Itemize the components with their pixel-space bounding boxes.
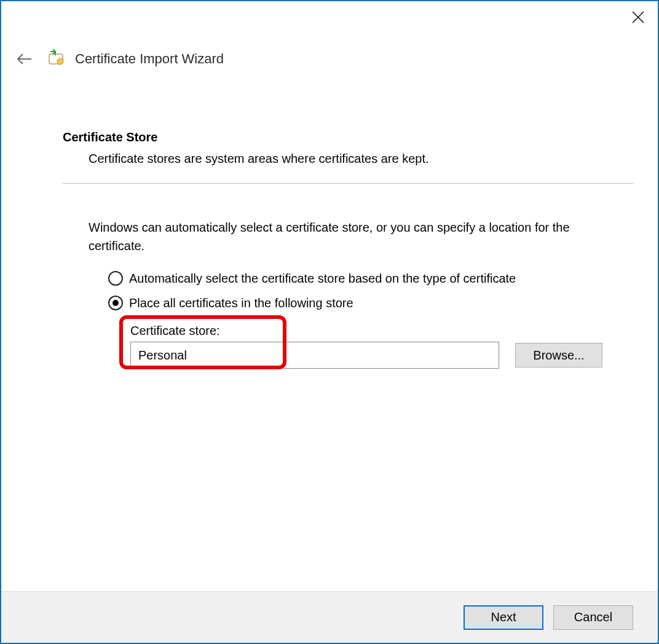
wizard-footer: Next Cancel bbox=[1, 591, 658, 643]
radio-auto-select[interactable]: Automatically select the certificate sto… bbox=[108, 271, 633, 286]
close-icon bbox=[632, 11, 644, 23]
certificate-store-input[interactable] bbox=[130, 342, 499, 369]
back-button[interactable] bbox=[16, 50, 33, 68]
wizard-header: Certificate Import Wizard bbox=[16, 49, 643, 69]
section-heading: Certificate Store bbox=[63, 130, 633, 144]
wizard-title: Certificate Import Wizard bbox=[75, 51, 224, 67]
svg-point-4 bbox=[57, 58, 63, 65]
divider bbox=[63, 183, 633, 184]
radio-checked-icon bbox=[108, 296, 123, 310]
radio-unchecked-icon bbox=[108, 271, 123, 286]
certificate-store-label: Certificate store: bbox=[130, 324, 633, 338]
cancel-button[interactable]: Cancel bbox=[553, 605, 633, 630]
browse-button[interactable]: Browse... bbox=[515, 343, 602, 367]
close-button[interactable] bbox=[632, 11, 644, 26]
radio-manual-select[interactable]: Place all certificates in the following … bbox=[108, 296, 633, 310]
certificate-wizard-icon bbox=[47, 49, 66, 69]
back-arrow-icon bbox=[17, 53, 33, 65]
radio-manual-label: Place all certificates in the following … bbox=[129, 296, 353, 310]
wizard-content: Certificate Store Certificate stores are… bbox=[63, 130, 633, 369]
radio-auto-label: Automatically select the certificate sto… bbox=[129, 272, 516, 286]
certificate-store-block: Certificate store: Browse... bbox=[130, 324, 633, 369]
wizard-window: Certificate Import Wizard Certificate St… bbox=[0, 0, 659, 644]
next-button[interactable]: Next bbox=[464, 605, 543, 630]
intro-text: Windows can automatically select a certi… bbox=[89, 218, 617, 255]
section-description: Certificate stores are system areas wher… bbox=[89, 152, 633, 166]
